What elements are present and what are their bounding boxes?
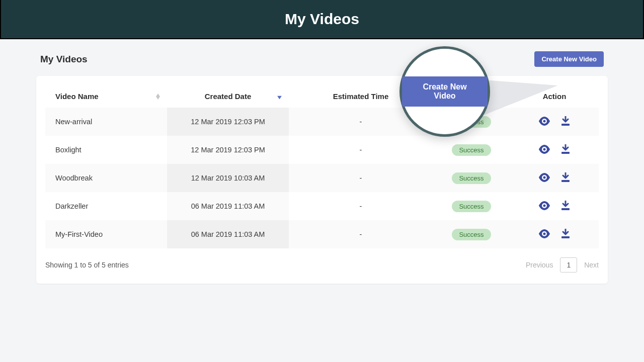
entries-info: Showing 1 to 5 of 5 entries bbox=[45, 261, 129, 269]
callout-circle: Create New Video bbox=[399, 46, 490, 137]
svg-rect-8 bbox=[561, 180, 570, 182]
create-new-video-highlight-button[interactable]: Create New Video bbox=[402, 76, 488, 107]
cell-name: Woodbreak bbox=[45, 164, 167, 192]
cell-action bbox=[510, 220, 599, 248]
cell-action bbox=[510, 164, 599, 192]
cell-status: Success bbox=[433, 220, 510, 248]
cell-status: Success bbox=[433, 192, 510, 220]
svg-point-5 bbox=[543, 148, 546, 150]
table-footer: Showing 1 to 5 of 5 entries Previous 1 N… bbox=[36, 248, 608, 273]
svg-rect-6 bbox=[561, 152, 570, 154]
svg-rect-10 bbox=[561, 208, 570, 210]
svg-rect-12 bbox=[561, 236, 570, 238]
view-icon[interactable] bbox=[538, 201, 550, 212]
top-bar: My Videos bbox=[0, 0, 644, 39]
cell-name: Boxlight bbox=[45, 136, 167, 164]
table-row: Woodbreak12 Mar 2019 10:03 AM-Success bbox=[45, 164, 599, 192]
svg-rect-4 bbox=[561, 124, 570, 126]
section-title: My Videos bbox=[40, 54, 88, 65]
svg-point-9 bbox=[543, 204, 546, 207]
download-icon[interactable] bbox=[560, 172, 571, 184]
cell-name: My-First-Video bbox=[45, 220, 167, 248]
status-badge: Success bbox=[452, 172, 491, 184]
download-icon[interactable] bbox=[560, 229, 571, 240]
cell-status: Success bbox=[433, 164, 510, 192]
sort-desc-icon bbox=[277, 92, 282, 101]
svg-marker-2 bbox=[277, 96, 282, 99]
cell-date: 12 Mar 2019 12:03 PM bbox=[167, 108, 289, 136]
previous-button[interactable]: Previous bbox=[526, 261, 553, 269]
table-row: My-First-Video06 Mar 2019 11:03 AM-Succe… bbox=[45, 220, 599, 248]
sort-icon bbox=[156, 94, 160, 100]
cell-name: New-arrival bbox=[45, 108, 167, 136]
cell-action bbox=[510, 108, 599, 136]
svg-point-11 bbox=[543, 232, 546, 235]
next-button[interactable]: Next bbox=[584, 261, 599, 269]
cell-time: - bbox=[289, 164, 433, 192]
download-icon[interactable] bbox=[560, 144, 571, 156]
status-badge: Success bbox=[452, 229, 491, 240]
status-badge: Success bbox=[452, 144, 491, 156]
svg-point-3 bbox=[543, 120, 546, 122]
cell-time: - bbox=[289, 192, 433, 220]
cell-time: - bbox=[289, 136, 433, 164]
view-icon[interactable] bbox=[538, 117, 550, 127]
pagination: Previous 1 Next bbox=[526, 257, 599, 273]
column-created-date[interactable]: Created Date bbox=[167, 85, 289, 108]
table-row: Boxlight12 Mar 2019 12:03 PM-Success bbox=[45, 136, 599, 164]
download-icon[interactable] bbox=[560, 116, 571, 128]
page-number[interactable]: 1 bbox=[560, 257, 577, 273]
header-row: My Videos Create New Video bbox=[36, 51, 608, 67]
column-video-name[interactable]: Video Name bbox=[45, 85, 167, 108]
create-new-video-button[interactable]: Create New Video bbox=[534, 51, 604, 67]
view-icon[interactable] bbox=[538, 173, 550, 184]
cell-status: Success bbox=[433, 136, 510, 164]
cell-action bbox=[510, 136, 599, 164]
table-row: Darkzeller06 Mar 2019 11:03 AM-Success bbox=[45, 192, 599, 220]
svg-marker-1 bbox=[156, 97, 160, 100]
cell-date: 06 Mar 2019 11:03 AM bbox=[167, 220, 289, 248]
view-icon[interactable] bbox=[538, 145, 550, 155]
svg-point-7 bbox=[543, 176, 546, 178]
download-icon[interactable] bbox=[560, 201, 571, 212]
cell-time: - bbox=[289, 220, 433, 248]
cell-action bbox=[510, 192, 599, 220]
cell-date: 12 Mar 2019 10:03 AM bbox=[167, 164, 289, 192]
status-badge: Success bbox=[452, 201, 491, 212]
view-icon[interactable] bbox=[538, 229, 550, 240]
cell-date: 12 Mar 2019 12:03 PM bbox=[167, 136, 289, 164]
page-title: My Videos bbox=[285, 11, 359, 28]
cell-date: 06 Mar 2019 11:03 AM bbox=[167, 192, 289, 220]
cell-name: Darkzeller bbox=[45, 192, 167, 220]
